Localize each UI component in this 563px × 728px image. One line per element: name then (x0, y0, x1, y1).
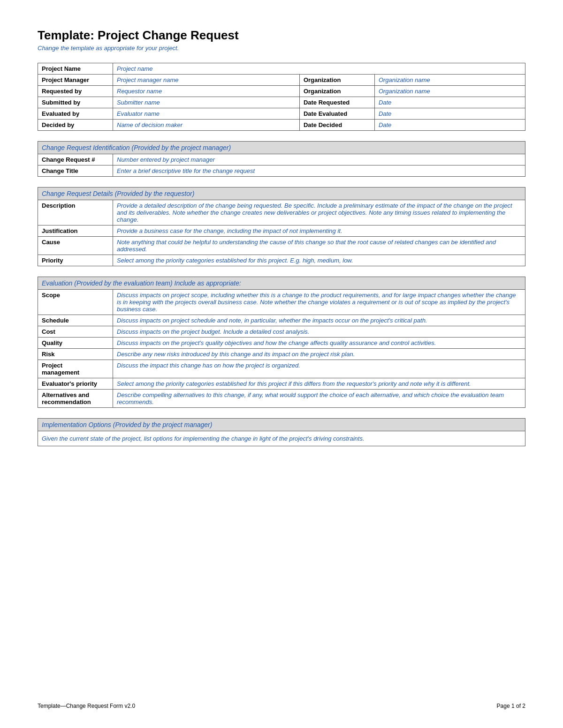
label-cost: Cost (38, 326, 113, 338)
value-project-management: Discuss the impact this change has on ho… (113, 360, 525, 378)
table-row: Change Title Enter a brief descriptive t… (38, 165, 525, 177)
table-row: Evaluated by Evaluator name Date Evaluat… (38, 108, 525, 120)
label-decided-by: Decided by (38, 120, 113, 131)
label-cause: Cause (38, 237, 113, 255)
value-risk: Describe any new risks introduced by thi… (113, 349, 525, 360)
evaluation-header: Evaluation (Provided by the evaluation t… (38, 277, 525, 290)
value-decided-by: Name of decision maker (113, 120, 300, 131)
value-evaluators-priority: Select among the priority categories est… (113, 378, 525, 390)
label-quality: Quality (38, 338, 113, 349)
table-row: Schedule Discuss impacts on project sche… (38, 315, 525, 326)
table-row: Quality Discuss impacts on the project's… (38, 338, 525, 349)
value-alternatives: Describe compelling alternatives to this… (113, 390, 525, 408)
value-requested-by: Requestor name (113, 86, 300, 97)
value-cause: Note anything that could be helpful to u… (113, 237, 525, 255)
label-submitted-by: Submitted by (38, 97, 113, 108)
table-row: Priority Select among the priority categ… (38, 255, 525, 266)
section-header-row: Implementation Options (Provided by the … (38, 419, 525, 431)
value-change-request-num: Number entered by project manager (113, 154, 525, 165)
label-risk: Risk (38, 349, 113, 360)
value-date-requested: Date (374, 97, 525, 108)
section-header-row: Change Request Identification (Provided … (38, 142, 525, 154)
table-row: Cause Note anything that could be helpfu… (38, 237, 525, 255)
value-date-evaluated: Date (374, 108, 525, 120)
evaluation-header-note: (Provided by the evaluation team) Includ… (74, 279, 241, 287)
value-org-1: Organization name (374, 75, 525, 86)
footer-right: Page 1 of 2 (497, 703, 525, 709)
identification-header-note: (Provided by the project manager) (131, 144, 231, 151)
table-row: Scope Discuss impacts on project scope, … (38, 290, 525, 315)
value-scope: Discuss impacts on project scope, includ… (113, 290, 525, 315)
label-priority: Priority (38, 255, 113, 266)
footer: Template—Change Request Form v2.0 Page 1… (38, 703, 525, 709)
value-implementation: Given the current state of the project, … (38, 431, 525, 446)
label-evaluators-priority: Evaluator's priority (38, 378, 113, 390)
value-evaluated-by: Evaluator name (113, 108, 300, 120)
value-change-title: Enter a brief descriptive title for the … (113, 165, 525, 177)
table-row: Decided by Name of decision maker Date D… (38, 120, 525, 131)
value-project-name: Project name (113, 63, 525, 75)
label-date-evaluated: Date Evaluated (299, 108, 374, 120)
value-submitted-by: Submitter name (113, 97, 300, 108)
label-project-manager: Project Manager (38, 75, 113, 86)
table-row: Evaluator's priority Select among the pr… (38, 378, 525, 390)
label-evaluated-by: Evaluated by (38, 108, 113, 120)
label-requested-by: Requested by (38, 86, 113, 97)
page-subtitle: Change the template as appropriate for y… (38, 45, 525, 52)
value-project-manager: Project manager name (113, 75, 300, 86)
label-alternatives: Alternatives and recommendation (38, 390, 113, 408)
section-header-row: Change Request Details (Provided by the … (38, 188, 525, 200)
value-org-2: Organization name (374, 86, 525, 97)
implementation-header-note: (Provided by the project manager) (113, 421, 213, 428)
label-project-name: Project Name (38, 63, 113, 75)
label-org-2: Organization (299, 86, 374, 97)
value-description: Provide a detailed description of the ch… (113, 200, 525, 225)
table-row: Change Request # Number entered by proje… (38, 154, 525, 165)
value-schedule: Discuss impacts on project schedule and … (113, 315, 525, 326)
table-row: Submitted by Submitter name Date Request… (38, 97, 525, 108)
value-date-decided: Date (374, 120, 525, 131)
table-row: Given the current state of the project, … (38, 431, 525, 446)
label-change-title: Change Title (38, 165, 113, 177)
table-row: Cost Discuss impacts on the project budg… (38, 326, 525, 338)
label-date-requested: Date Requested (299, 97, 374, 108)
section-header-row: Evaluation (Provided by the evaluation t… (38, 277, 525, 290)
identification-table: Change Request Identification (Provided … (38, 141, 525, 177)
table-row: Alternatives and recommendation Describe… (38, 390, 525, 408)
label-date-decided: Date Decided (299, 120, 374, 131)
page-title: Template: Project Change Request (38, 28, 525, 43)
details-header-note: (Provided by the requestor) (115, 190, 195, 197)
details-header: Change Request Details (Provided by the … (38, 188, 525, 200)
value-cost: Discuss impacts on the project budget. I… (113, 326, 525, 338)
info-table: Project Name Project name Project Manage… (38, 63, 525, 131)
implementation-header: Implementation Options (Provided by the … (38, 419, 525, 431)
table-row: Risk Describe any new risks introduced b… (38, 349, 525, 360)
label-project-management: Project management (38, 360, 113, 378)
table-row: Requested by Requestor name Organization… (38, 86, 525, 97)
table-row: Description Provide a detailed descripti… (38, 200, 525, 225)
evaluation-table: Evaluation (Provided by the evaluation t… (38, 277, 525, 408)
table-row: Project Name Project name (38, 63, 525, 75)
details-table: Change Request Details (Provided by the … (38, 187, 525, 266)
table-row: Project Manager Project manager name Org… (38, 75, 525, 86)
label-org-1: Organization (299, 75, 374, 86)
label-justification: Justification (38, 225, 113, 237)
value-quality: Discuss impacts on the project's quality… (113, 338, 525, 349)
value-justification: Provide a business case for the change, … (113, 225, 525, 237)
implementation-table: Implementation Options (Provided by the … (38, 418, 525, 446)
footer-left: Template—Change Request Form v2.0 (38, 703, 135, 709)
identification-header: Change Request Identification (Provided … (38, 142, 525, 154)
table-row: Project management Discuss the impact th… (38, 360, 525, 378)
value-priority: Select among the priority categories est… (113, 255, 525, 266)
label-schedule: Schedule (38, 315, 113, 326)
table-row: Justification Provide a business case fo… (38, 225, 525, 237)
label-description: Description (38, 200, 113, 225)
label-scope: Scope (38, 290, 113, 315)
label-change-request-num: Change Request # (38, 154, 113, 165)
